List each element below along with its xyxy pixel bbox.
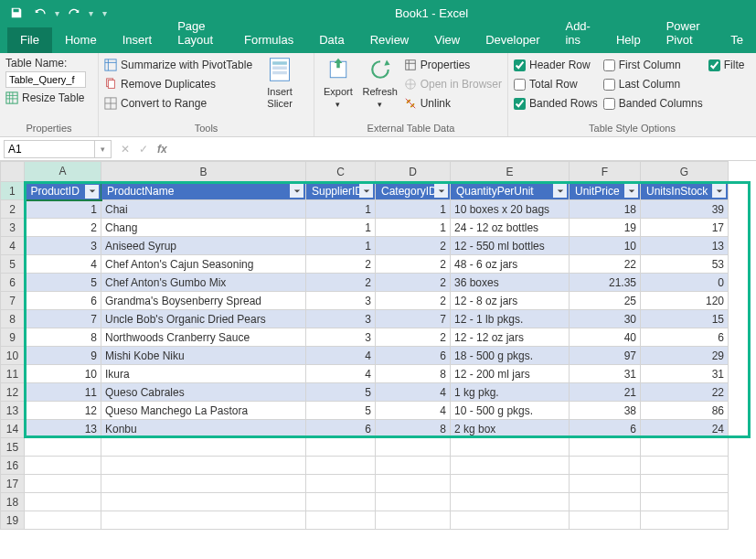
data-cell[interactable]: 4 <box>306 347 376 365</box>
col-header[interactable]: C <box>306 162 376 182</box>
tab-developer[interactable]: Developer <box>473 27 552 53</box>
col-header[interactable]: D <box>376 162 451 182</box>
data-cell[interactable]: 1 <box>25 200 101 219</box>
data-cell[interactable]: 6 <box>570 420 641 438</box>
table-header-cell[interactable]: UnitsInStock <box>641 182 729 200</box>
row-header[interactable]: 9 <box>1 328 25 347</box>
tab-view[interactable]: View <box>421 27 473 53</box>
data-cell[interactable]: 2 <box>376 328 451 347</box>
filter-dropdown-icon[interactable] <box>359 184 373 198</box>
refresh-button[interactable]: Refresh ▾ <box>362 57 399 110</box>
filter-dropdown-icon[interactable] <box>712 184 726 198</box>
filter-dropdown-icon[interactable] <box>85 185 99 199</box>
data-cell[interactable]: 21 <box>570 383 641 402</box>
data-cell[interactable]: Chef Anton's Cajun Seasoning <box>101 255 306 274</box>
data-cell[interactable]: 2 kg box <box>451 420 570 438</box>
row-header[interactable]: 13 <box>1 402 25 420</box>
data-cell[interactable]: 4 <box>376 383 451 402</box>
data-cell[interactable]: 2 <box>306 274 376 292</box>
data-cell[interactable]: 2 <box>306 255 376 274</box>
data-cell[interactable]: 22 <box>641 383 729 402</box>
data-cell[interactable]: 2 <box>376 274 451 292</box>
data-cell[interactable]: 5 <box>306 402 376 420</box>
resize-table-button[interactable]: Resize Table <box>5 90 86 106</box>
filter-dropdown-icon[interactable] <box>290 184 303 198</box>
empty-cell[interactable] <box>25 457 101 475</box>
empty-cell[interactable] <box>101 493 306 511</box>
empty-cell[interactable] <box>641 511 729 530</box>
data-cell[interactable]: 22 <box>570 255 641 274</box>
data-cell[interactable]: 86 <box>641 402 729 420</box>
table-header-cell[interactable]: UnitPrice <box>570 182 641 200</box>
header-row-checkbox[interactable]: Header Row <box>514 57 598 73</box>
tab-insert[interactable]: Insert <box>110 27 165 53</box>
data-cell[interactable]: 4 <box>376 402 451 420</box>
data-cell[interactable]: 3 <box>306 292 376 310</box>
qat-dropdown-icon[interactable]: ▾ <box>55 8 59 18</box>
enter-formula-icon[interactable]: ✓ <box>139 143 148 156</box>
row-header[interactable]: 17 <box>1 475 25 493</box>
data-cell[interactable]: 10 <box>570 237 641 255</box>
empty-cell[interactable] <box>376 511 451 530</box>
empty-cell[interactable] <box>570 438 641 457</box>
row-header[interactable]: 19 <box>1 511 25 530</box>
data-cell[interactable]: 24 - 12 oz bottles <box>451 219 570 237</box>
empty-cell[interactable] <box>451 475 570 493</box>
empty-cell[interactable] <box>451 493 570 511</box>
empty-cell[interactable] <box>376 438 451 457</box>
row-header[interactable]: 2 <box>1 200 25 219</box>
row-header[interactable]: 18 <box>1 493 25 511</box>
data-cell[interactable]: 29 <box>641 347 729 365</box>
data-cell[interactable]: 2 <box>376 237 451 255</box>
table-properties-button[interactable]: Properties <box>404 57 502 73</box>
empty-cell[interactable] <box>306 511 376 530</box>
data-cell[interactable]: 6 <box>376 347 451 365</box>
data-cell[interactable]: Queso Cabrales <box>101 383 306 402</box>
empty-cell[interactable] <box>306 457 376 475</box>
data-cell[interactable]: 11 <box>25 383 101 402</box>
table-header-cell[interactable]: CategoryID <box>376 182 451 200</box>
banded-cols-checkbox[interactable]: Banded Columns <box>603 95 703 112</box>
data-cell[interactable]: Konbu <box>101 420 306 438</box>
data-cell[interactable]: 25 <box>570 292 641 310</box>
data-cell[interactable]: Aniseed Syrup <box>101 237 306 255</box>
tab-review[interactable]: Review <box>357 27 422 53</box>
empty-cell[interactable] <box>101 511 306 530</box>
data-cell[interactable]: 7 <box>25 310 101 328</box>
data-cell[interactable]: 3 <box>306 328 376 347</box>
data-cell[interactable]: 18 - 500 g pkgs. <box>451 347 570 365</box>
data-cell[interactable]: 97 <box>570 347 641 365</box>
col-header[interactable]: B <box>101 162 306 182</box>
empty-cell[interactable] <box>451 438 570 457</box>
data-cell[interactable]: 12 - 8 oz jars <box>451 292 570 310</box>
data-cell[interactable]: 6 <box>306 420 376 438</box>
empty-cell[interactable] <box>25 493 101 511</box>
data-cell[interactable]: 8 <box>376 365 451 383</box>
tab-te[interactable]: Te <box>718 27 756 53</box>
data-cell[interactable]: 18 <box>570 200 641 219</box>
data-cell[interactable]: 36 boxes <box>451 274 570 292</box>
remove-duplicates-button[interactable]: Remove Duplicates <box>104 76 252 92</box>
empty-cell[interactable] <box>570 475 641 493</box>
data-cell[interactable]: 19 <box>570 219 641 237</box>
row-header[interactable]: 6 <box>1 274 25 292</box>
data-cell[interactable]: 2 <box>25 219 101 237</box>
empty-cell[interactable] <box>25 475 101 493</box>
row-header[interactable]: 1 <box>1 182 25 200</box>
empty-cell[interactable] <box>25 511 101 530</box>
col-header[interactable]: A <box>25 162 101 182</box>
name-box[interactable] <box>4 140 95 158</box>
empty-cell[interactable] <box>376 457 451 475</box>
name-box-dropdown[interactable]: ▾ <box>95 140 112 158</box>
data-cell[interactable]: 12 <box>25 402 101 420</box>
row-header[interactable]: 12 <box>1 383 25 402</box>
row-header[interactable]: 8 <box>1 310 25 328</box>
empty-cell[interactable] <box>641 438 729 457</box>
data-cell[interactable]: 17 <box>641 219 729 237</box>
data-cell[interactable]: 4 <box>25 255 101 274</box>
data-cell[interactable]: Chef Anton's Gumbo Mix <box>101 274 306 292</box>
empty-cell[interactable] <box>25 438 101 457</box>
insert-slicer-button[interactable]: Insert Slicer <box>258 57 302 110</box>
undo-icon[interactable] <box>31 4 49 22</box>
last-col-checkbox[interactable]: Last Column <box>603 76 703 92</box>
